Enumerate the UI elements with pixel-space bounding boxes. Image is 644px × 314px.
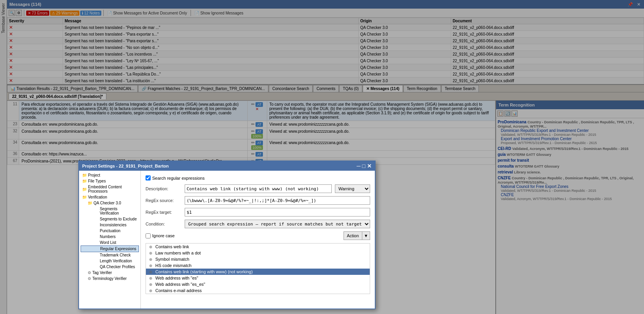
search-re-row: Search regular expressions	[146, 175, 370, 180]
tree-label: Contains web link	[155, 244, 189, 249]
tree-item[interactable]: ⊕HS code mismatch	[146, 262, 370, 269]
nav-item[interactable]: Length Verification	[81, 258, 139, 264]
modal-close-btn[interactable]: ✕	[367, 163, 372, 169]
description-label: Description:	[146, 186, 185, 191]
folder-icon: 📁	[82, 173, 87, 177]
regex-tree-list: ⊕Contains web link⊕Law numbers with a do…	[146, 243, 370, 294]
nav-item[interactable]: Regular Expressions	[81, 245, 139, 252]
nav-item[interactable]: 📁Embedded Content Processors	[81, 184, 139, 194]
ignore-case-group: Ignore case	[146, 233, 174, 238]
regex-target-row: RegEx target:	[146, 208, 370, 217]
nav-label: Length Verification	[100, 259, 132, 263]
condition-dropdown[interactable]: Grouped search expression – report if so…	[185, 220, 370, 228]
ignore-action-row: Ignore case Action ▼	[146, 231, 370, 240]
nav-item[interactable]: 📁Verification	[81, 194, 139, 200]
nav-label: Numbers	[100, 235, 116, 239]
nav-item[interactable]: 📁File Types	[81, 178, 139, 184]
nav-item[interactable]: Segments Verification	[81, 206, 139, 216]
tree-expand-icon: ⊕	[149, 245, 154, 249]
folder-icon: 📁	[82, 187, 87, 191]
tree-expand-icon: ⊕	[149, 276, 154, 280]
tree-expand-icon: ⊕	[149, 263, 154, 268]
action-button[interactable]: Action	[344, 231, 363, 240]
description-row: Description: Warning	[146, 184, 370, 193]
nav-item[interactable]: ⚙Terminology Verifier	[81, 276, 139, 282]
nav-label: Verification	[88, 195, 107, 199]
nav-item[interactable]: Numbers	[81, 234, 139, 240]
nav-item[interactable]: Punctuation	[81, 228, 139, 234]
modal-title-bar: Project Settings - 22_9191_Project_Barto…	[79, 161, 375, 171]
folder-icon: 📁	[82, 179, 87, 183]
nav-item[interactable]: 📁QA Checker 3.0	[81, 200, 139, 206]
modal-minimize[interactable]: ─	[357, 163, 361, 169]
modal-title-label: Project Settings - 22_9191_Project_Barto…	[82, 164, 169, 168]
tree-label: Law numbers with a dot	[155, 251, 201, 255]
nav-label: Embedded Content Processors	[88, 185, 137, 193]
nav-item[interactable]: Trademark Check	[81, 252, 139, 258]
nav-label: QA Checker Profiles	[100, 265, 135, 269]
ignore-case-checkbox[interactable]	[146, 233, 151, 238]
tree-item[interactable]: ⊕Law numbers with a dot	[146, 250, 370, 256]
gear-icon: ⚙	[88, 276, 91, 281]
nav-label: Trademark Check	[100, 253, 131, 257]
nav-label: Inconsistencies	[100, 223, 126, 227]
modal-maximize[interactable]: □	[362, 163, 365, 169]
tree-item[interactable]: ⊕Web address with "es_es"	[146, 281, 370, 287]
warning-dropdown[interactable]: Warning	[335, 184, 370, 193]
tree-item[interactable]: ⊕Symbol mismatch	[146, 256, 370, 262]
tree-label: HS code mismatch	[155, 263, 191, 268]
ignore-case-label: Ignore case	[152, 233, 174, 238]
nav-label: Terminology Verifier	[92, 276, 127, 281]
tree-label: Web address with "es_es"	[155, 282, 205, 287]
modal-overlay: Project Settings - 22_9191_Project_Barto…	[0, 0, 644, 314]
regex-source-label: RegEx source:	[146, 198, 185, 203]
action-dropdown-arrow[interactable]: ▼	[362, 231, 370, 240]
tree-label: Symbol mismatch	[155, 257, 189, 262]
nav-label: File Types	[88, 179, 106, 183]
tree-item[interactable]: ⊕Web address with "es"	[146, 275, 370, 281]
tree-label: Web address with "es"	[155, 276, 198, 280]
modal-body: 📁Project📁File Types📁Embedded Content Pro…	[79, 171, 375, 309]
tree-item[interactable]: ⊕Contains web link (starting with www) (…	[146, 269, 370, 275]
nav-item[interactable]: Segments to Exclude	[81, 216, 139, 222]
search-re-label: Search regular expressions	[152, 176, 205, 180]
nav-item[interactable]: ⚙Tag Verifier	[81, 270, 139, 276]
gear-icon: ⚙	[88, 271, 91, 275]
tree-label: Contains e-mail address	[155, 288, 202, 293]
nav-label: Punctuation	[100, 229, 121, 233]
nav-item[interactable]: 📁Project	[81, 172, 139, 178]
modal-controls: ─ □ ✕	[357, 163, 372, 169]
folder-icon: 📁	[88, 201, 92, 205]
tree-expand-icon: ⊕	[149, 289, 154, 293]
regex-target-input[interactable]	[185, 208, 370, 217]
nav-label: Tag Verifier	[92, 271, 112, 275]
tree-expand-icon: ⊕	[149, 270, 154, 274]
condition-row: Condition: Grouped search expression – r…	[146, 220, 370, 228]
regex-source-row: RegEx source:	[146, 196, 370, 205]
regex-target-label: RegEx target:	[146, 210, 185, 215]
tree-item[interactable]: ⊕Contains e-mail address	[146, 287, 370, 294]
nav-item[interactable]: Inconsistencies	[81, 222, 139, 228]
nav-label: QA Checker 3.0	[94, 201, 121, 205]
nav-label: Word List	[100, 240, 116, 245]
project-settings-modal: Project Settings - 22_9191_Project_Barto…	[78, 161, 376, 309]
description-input[interactable]	[185, 184, 332, 193]
nav-label: Project	[88, 173, 100, 177]
nav-label: Segments to Exclude	[100, 217, 137, 221]
tree-expand-icon: ⊕	[149, 282, 154, 287]
tree-label: Contains web link (starting with www) (n…	[155, 269, 253, 274]
modal-content-area: Search regular expressions Description: …	[141, 171, 375, 309]
nav-item[interactable]: QA Checker Profiles	[81, 264, 139, 270]
tree-item[interactable]: ⊕Contains web link	[146, 244, 370, 250]
search-re-checkbox[interactable]	[146, 175, 151, 180]
nav-label: Regular Expressions	[100, 247, 136, 251]
nav-label: Segments Verification	[100, 207, 137, 215]
tree-expand-icon: ⊕	[149, 257, 154, 262]
action-group: Action ▼	[344, 231, 370, 240]
regex-source-input[interactable]	[185, 196, 370, 205]
nav-item[interactable]: Word List	[81, 240, 139, 245]
modal-nav: 📁Project📁File Types📁Embedded Content Pro…	[79, 171, 141, 309]
tree-expand-icon: ⊕	[149, 251, 154, 255]
condition-label: Condition:	[146, 222, 185, 226]
folder-icon: 📁	[82, 195, 87, 199]
